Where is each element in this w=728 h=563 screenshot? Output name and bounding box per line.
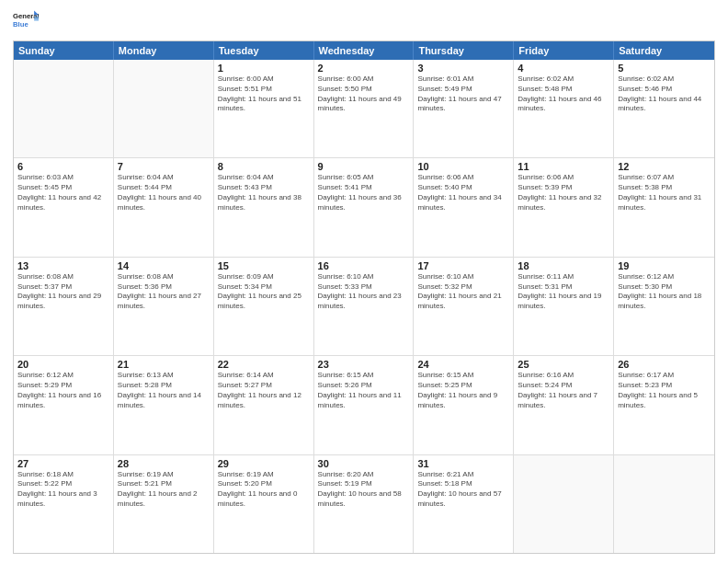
day-cell: 24Sunrise: 6:15 AM Sunset: 5:25 PM Dayli… [414,356,514,454]
day-number: 15 [218,260,310,271]
day-cell: 1Sunrise: 6:00 AM Sunset: 5:51 PM Daylig… [214,60,314,157]
day-info: Sunrise: 6:14 AM Sunset: 5:27 PM Dayligh… [218,371,310,410]
day-cell: 26Sunrise: 6:17 AM Sunset: 5:23 PM Dayli… [614,356,714,454]
day-number: 20 [17,359,109,370]
day-info: Sunrise: 6:11 AM Sunset: 5:31 PM Dayligh… [518,272,609,312]
day-number: 23 [318,359,410,370]
day-info: Sunrise: 6:12 AM Sunset: 5:30 PM Dayligh… [618,272,711,312]
week-row-3: 13Sunrise: 6:08 AM Sunset: 5:37 PM Dayli… [14,258,714,356]
day-info: Sunrise: 6:09 AM Sunset: 5:34 PM Dayligh… [218,272,310,312]
day-cell: 14Sunrise: 6:08 AM Sunset: 5:36 PM Dayli… [114,258,214,355]
day-info: Sunrise: 6:07 AM Sunset: 5:38 PM Dayligh… [618,173,711,213]
day-info: Sunrise: 6:10 AM Sunset: 5:33 PM Dayligh… [318,272,410,312]
day-info: Sunrise: 6:12 AM Sunset: 5:29 PM Dayligh… [17,371,109,410]
day-number: 21 [118,359,210,370]
day-number: 7 [118,161,210,172]
day-cell: 20Sunrise: 6:12 AM Sunset: 5:29 PM Dayli… [14,356,114,454]
day-headers: SundayMondayTuesdayWednesdayThursdayFrid… [14,41,714,60]
day-info: Sunrise: 6:06 AM Sunset: 5:39 PM Dayligh… [518,173,609,213]
day-cell: 9Sunrise: 6:05 AM Sunset: 5:41 PM Daylig… [314,158,415,256]
day-info: Sunrise: 6:08 AM Sunset: 5:36 PM Dayligh… [118,272,210,312]
day-number: 22 [218,359,310,370]
day-info: Sunrise: 6:16 AM Sunset: 5:24 PM Dayligh… [518,371,609,410]
day-cell: 27Sunrise: 6:18 AM Sunset: 5:22 PM Dayli… [14,455,114,553]
day-info: Sunrise: 6:19 AM Sunset: 5:21 PM Dayligh… [118,470,210,510]
day-number: 28 [118,458,210,469]
day-cell: 15Sunrise: 6:09 AM Sunset: 5:34 PM Dayli… [214,258,314,355]
day-number: 17 [417,260,509,271]
day-cell: 10Sunrise: 6:06 AM Sunset: 5:40 PM Dayli… [414,158,514,256]
day-info: Sunrise: 6:18 AM Sunset: 5:22 PM Dayligh… [17,470,109,510]
day-cell: 19Sunrise: 6:12 AM Sunset: 5:30 PM Dayli… [614,258,714,355]
day-cell: 13Sunrise: 6:08 AM Sunset: 5:37 PM Dayli… [14,258,114,355]
day-info: Sunrise: 6:08 AM Sunset: 5:37 PM Dayligh… [17,272,109,312]
day-cell: 18Sunrise: 6:11 AM Sunset: 5:31 PM Dayli… [514,258,614,355]
day-info: Sunrise: 6:02 AM Sunset: 5:46 PM Dayligh… [618,75,711,114]
day-number: 13 [17,260,109,271]
day-header-tuesday: Tuesday [214,41,314,60]
day-number: 16 [318,260,410,271]
day-info: Sunrise: 6:02 AM Sunset: 5:48 PM Dayligh… [518,75,609,114]
day-cell: 5Sunrise: 6:02 AM Sunset: 5:46 PM Daylig… [614,60,714,157]
day-info: Sunrise: 6:10 AM Sunset: 5:32 PM Dayligh… [417,272,509,312]
day-header-thursday: Thursday [414,41,514,60]
day-header-sunday: Sunday [14,41,114,60]
day-cell: 12Sunrise: 6:07 AM Sunset: 5:38 PM Dayli… [614,158,714,256]
day-number: 30 [318,458,410,469]
day-info: Sunrise: 6:00 AM Sunset: 5:50 PM Dayligh… [318,75,410,114]
week-row-5: 27Sunrise: 6:18 AM Sunset: 5:22 PM Dayli… [14,455,714,553]
day-header-saturday: Saturday [614,41,714,60]
header: General Blue [13,9,715,35]
day-cell: 22Sunrise: 6:14 AM Sunset: 5:27 PM Dayli… [214,356,314,454]
svg-marker-3 [34,17,39,21]
day-cell [114,60,214,157]
day-info: Sunrise: 6:15 AM Sunset: 5:25 PM Dayligh… [417,371,509,410]
day-info: Sunrise: 6:04 AM Sunset: 5:44 PM Dayligh… [118,173,210,213]
day-cell [614,455,714,553]
day-number: 25 [518,359,609,370]
day-number: 12 [618,161,711,172]
day-cell: 6Sunrise: 6:03 AM Sunset: 5:45 PM Daylig… [14,158,114,256]
day-cell: 7Sunrise: 6:04 AM Sunset: 5:44 PM Daylig… [114,158,214,256]
day-number: 9 [318,161,410,172]
day-info: Sunrise: 6:06 AM Sunset: 5:40 PM Dayligh… [417,173,509,213]
day-cell [14,60,114,157]
day-number: 4 [518,63,609,74]
day-header-friday: Friday [514,41,614,60]
weeks: 1Sunrise: 6:00 AM Sunset: 5:51 PM Daylig… [14,60,714,553]
day-header-wednesday: Wednesday [314,41,415,60]
day-cell [514,455,614,553]
day-number: 18 [518,260,609,271]
day-number: 6 [17,161,109,172]
day-number: 2 [318,63,410,74]
day-number: 11 [518,161,609,172]
day-number: 1 [218,63,310,74]
day-info: Sunrise: 6:17 AM Sunset: 5:23 PM Dayligh… [618,371,711,410]
day-number: 24 [417,359,509,370]
day-number: 8 [218,161,310,172]
day-info: Sunrise: 6:13 AM Sunset: 5:28 PM Dayligh… [118,371,210,410]
svg-text:Blue: Blue [13,20,28,29]
day-info: Sunrise: 6:20 AM Sunset: 5:19 PM Dayligh… [318,470,410,510]
day-cell: 4Sunrise: 6:02 AM Sunset: 5:48 PM Daylig… [514,60,614,157]
day-cell: 31Sunrise: 6:21 AM Sunset: 5:18 PM Dayli… [414,455,514,553]
day-number: 14 [118,260,210,271]
day-info: Sunrise: 6:05 AM Sunset: 5:41 PM Dayligh… [318,173,410,213]
day-number: 31 [417,458,509,469]
day-header-monday: Monday [114,41,214,60]
logo-icon: General Blue [13,9,39,35]
day-cell: 28Sunrise: 6:19 AM Sunset: 5:21 PM Dayli… [114,455,214,553]
day-number: 5 [618,63,711,74]
day-cell: 2Sunrise: 6:00 AM Sunset: 5:50 PM Daylig… [314,60,415,157]
day-cell: 21Sunrise: 6:13 AM Sunset: 5:28 PM Dayli… [114,356,214,454]
day-cell: 25Sunrise: 6:16 AM Sunset: 5:24 PM Dayli… [514,356,614,454]
day-number: 27 [17,458,109,469]
day-info: Sunrise: 6:00 AM Sunset: 5:51 PM Dayligh… [218,75,310,114]
day-cell: 17Sunrise: 6:10 AM Sunset: 5:32 PM Dayli… [414,258,514,355]
logo: General Blue [13,9,39,35]
day-number: 19 [618,260,711,271]
calendar: SundayMondayTuesdayWednesdayThursdayFrid… [13,40,715,554]
day-cell: 29Sunrise: 6:19 AM Sunset: 5:20 PM Dayli… [214,455,314,553]
day-cell: 16Sunrise: 6:10 AM Sunset: 5:33 PM Dayli… [314,258,415,355]
day-number: 26 [618,359,711,370]
